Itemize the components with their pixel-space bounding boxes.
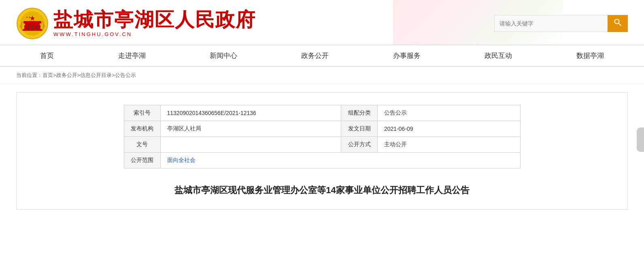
value-category: 公告公示 [378,105,521,121]
nav-item-gov[interactable]: 政务公开 [289,45,341,66]
nav-item-service[interactable]: 办事服务 [381,45,433,66]
nav-list: 首页 走进亭湖 新闻中心 政务公开 办事服务 政民互动 数据亭湖 [0,45,644,66]
label-docnum: 文号 [124,137,160,153]
breadcrumb: 当前位置：首页>政务公开>信息公开目录>公告公示 [0,67,644,84]
nav-item-about[interactable]: 走进亭湖 [106,45,158,66]
info-table: 索引号 11320902014360656E/2021-12136 组配分类 公… [124,105,521,168]
search-icon [614,18,622,28]
table-row: 公开范围 面向全社会 [124,153,520,168]
label-index: 索引号 [124,105,160,121]
navigation: 首页 走进亭湖 新闻中心 政务公开 办事服务 政民互动 数据亭湖 [0,45,644,67]
search-area [494,15,628,32]
site-url: WWW.TINGHU.GOV.CN [53,31,256,37]
svg-rect-3 [23,29,42,31]
svg-rect-7 [31,25,34,29]
table-row: 文号 公开方式 主动公开 [124,137,520,153]
value-publisher: 亭湖区人社局 [160,121,341,137]
label-date: 发文日期 [341,121,378,137]
nav-item-interact[interactable]: 政民互动 [472,45,524,66]
table-row: 索引号 11320902014360656E/2021-12136 组配分类 公… [124,105,520,121]
search-button[interactable] [608,15,628,32]
label-category: 组配分类 [341,105,378,121]
label-publisher: 发布机构 [124,121,160,137]
government-emblem [16,7,49,40]
label-opentype: 公开方式 [341,137,378,153]
label-openrange: 公开范围 [124,153,160,168]
svg-rect-6 [27,25,29,29]
breadcrumb-text: 当前位置：首页>政务公开>信息公开目录>公告公示 [16,72,136,78]
value-openrange: 面向全社会 [160,153,520,168]
content-box: 索引号 11320902014360656E/2021-12136 组配分类 公… [16,92,628,210]
nav-item-home[interactable]: 首页 [28,45,66,66]
nav-item-news[interactable]: 新闻中心 [198,45,249,66]
search-input[interactable] [494,15,608,32]
value-date: 2021-06-09 [378,121,521,137]
value-docnum [160,137,341,153]
svg-line-13 [619,23,621,26]
article-title: 盐城市亭湖区现代服务业管理办公室等14家事业单位公开招聘工作人员公告 [33,183,611,197]
nav-item-data[interactable]: 数据亭湖 [564,45,616,66]
svg-rect-5 [23,21,41,23]
main-content: 索引号 11320902014360656E/2021-12136 组配分类 公… [0,84,644,222]
value-index: 11320902014360656E/2021-12136 [160,105,341,121]
svg-rect-8 [36,25,38,29]
value-opentype: 主动公开 [378,137,521,153]
site-title: 盐城市亭湖区人民政府 [53,9,256,31]
logo-area: 盐城市亭湖区人民政府 WWW.TINGHU.GOV.CN [16,7,256,40]
logo-text: 盐城市亭湖区人民政府 WWW.TINGHU.GOV.CN [53,9,256,38]
scrollbar[interactable] [637,128,644,152]
table-row: 发布机构 亭湖区人社局 发文日期 2021-06-09 [124,121,520,137]
header: 盐城市亭湖区人民政府 WWW.TINGHU.GOV.CN [0,0,644,45]
